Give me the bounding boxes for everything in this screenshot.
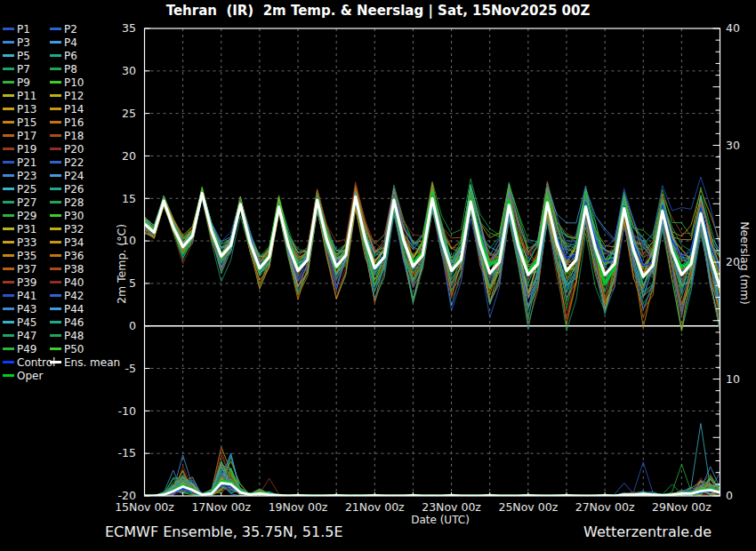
legend-line-swatch [3,201,14,204]
legend-item-p35: P35 [3,251,50,261]
legend-label: P8 [64,64,77,75]
legend-label: P16 [64,117,84,128]
legend-item-p18: P18 [50,131,84,141]
legend-label: P48 [64,331,84,341]
legend-item-p45: P45 [3,317,50,328]
legend-item-p6: P6 [50,51,77,61]
legend-line-swatch [3,108,14,110]
legend-label: P40 [64,277,84,288]
legend-line-swatch [3,81,14,84]
legend-item-p37: P37 [3,264,50,275]
left-tick-label: 0 [129,319,136,332]
legend-row: P3P4 [3,36,118,49]
legend-row: P7P8 [3,62,118,76]
legend-line-swatch [50,148,61,150]
legend-label: P30 [64,211,84,221]
legend-row: P13P14 [3,102,118,116]
legend-line-swatch [3,134,14,137]
legend-item-p20: P20 [50,144,84,155]
legend-item-p46: P46 [50,317,84,328]
legend-item-p16: P16 [50,117,84,128]
legend-row: ControlEns. mean [3,355,118,369]
legend-label: P23 [17,171,37,181]
legend-line-swatch [50,294,61,297]
legend-label: P31 [17,224,37,235]
legend-item-p30: P30 [50,211,84,221]
legend-row: P19P20 [3,142,118,156]
legend-label: P13 [17,104,37,115]
legend-item-p29: P29 [3,211,50,221]
legend-item-p39: P39 [3,277,50,288]
legend-item-p12: P12 [50,91,84,101]
legend-label: P12 [64,91,84,101]
legend-label: P32 [64,224,84,235]
legend-row: P43P44 [3,302,118,315]
legend-label: P5 [17,51,30,61]
legend-line-swatch [50,134,61,137]
legend-item-p14: P14 [50,104,84,115]
left-axis-label: 2m Temp. (°C) [115,224,128,304]
legend-line-swatch [50,254,61,257]
legend-label: P27 [17,197,37,208]
legend-item-p49: P49 [3,344,50,355]
legend-line-swatch [50,28,61,30]
legend-item-p9: P9 [3,77,50,88]
legend-line-swatch [3,68,14,70]
x-tick-label: 23Nov 00z [422,500,481,514]
footer-site-credit: Wetterzentrale.de [583,523,712,540]
legend-row: P25P26 [3,182,118,196]
legend-label: P9 [17,77,30,88]
legend-line-swatch [50,174,61,177]
legend-row: P29P30 [3,209,118,222]
ensemble-legend: P1P2P3P4P5P6P7P8P9P10P11P12P13P14P15P16P… [3,22,118,382]
legend-line-swatch [50,81,61,84]
meteogram-page: 35302520151050-5-10-15-2040302010015Nov … [0,0,756,551]
legend-row: P37P38 [3,262,118,276]
legend-row: P49P50 [3,342,118,355]
legend-row: P21P22 [3,156,118,169]
legend-label: P14 [64,104,84,115]
legend-line-swatch [3,294,14,297]
legend-item-p25: P25 [3,184,50,195]
legend-line-swatch [3,268,14,270]
legend-label: P24 [64,171,84,181]
legend-item-p24: P24 [50,171,84,181]
legend-item-p33: P33 [3,237,50,248]
legend-item-p32: P32 [50,224,84,235]
legend-label: P20 [64,144,84,155]
x-tick-label: 21Nov 00z [345,500,405,514]
legend-line-swatch [3,307,14,310]
legend-line-swatch [50,228,61,230]
legend-item-p7: P7 [3,64,50,75]
legend-item-p36: P36 [50,251,84,261]
legend-label: P37 [17,264,37,275]
legend-row: P15P16 [3,116,118,129]
legend-item-p41: P41 [3,291,50,301]
legend-item-ens--mean: Ens. mean [50,357,120,368]
legend-line-swatch [50,214,61,217]
left-tick-label: 25 [122,107,136,120]
right-axis-label: Neerslag (mm) [738,221,752,305]
legend-item-p17: P17 [3,131,50,141]
legend-label: P50 [64,344,84,355]
legend-label: P36 [64,251,84,261]
legend-row: P17P18 [3,129,118,142]
legend-item-p10: P10 [50,77,84,88]
legend-row: P1P2 [3,22,118,36]
legend-item-p48: P48 [50,331,84,341]
legend-item-p42: P42 [50,291,84,301]
legend-line-swatch [50,121,61,124]
legend-label: P2 [64,24,77,35]
legend-line-swatch [3,228,14,230]
legend-row: P27P28 [3,196,118,209]
legend-label: P15 [17,117,37,128]
left-tick-label: -15 [118,446,136,459]
legend-line-swatch [50,68,61,70]
legend-line-swatch [50,347,61,350]
legend-item-p21: P21 [3,157,50,168]
legend-line-swatch [3,361,14,363]
legend-line-swatch [50,201,61,204]
legend-row: P45P46 [3,315,118,329]
legend-label: P17 [17,131,37,141]
x-tick-label: 15Nov 00z [115,500,174,514]
